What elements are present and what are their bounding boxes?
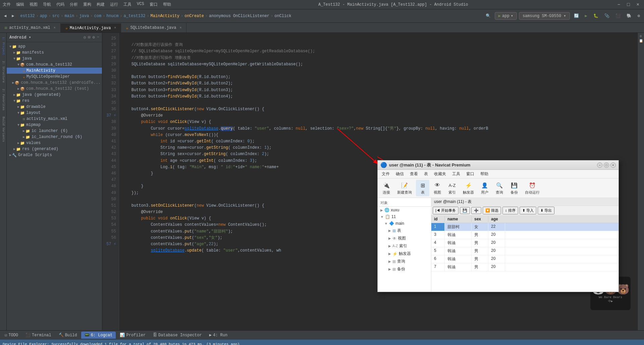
nav-add-btn[interactable]: ➕ [471,207,481,214]
tree-app[interactable]: ▼ 📁 app [7,44,102,50]
nav-menu-table[interactable]: 表 [421,170,431,178]
nav-tree-triggers[interactable]: ▶ ⚡ 触发器 [378,250,431,258]
sync-button[interactable]: 🔄 [572,12,581,19]
nav-menu-confirm[interactable]: 确信 [393,170,407,178]
tree-ic-launcher[interactable]: ▶ 📁 ic launcher (6) [7,128,102,134]
nav-export-btn[interactable]: ⬇ 导出 [538,207,554,214]
nav-btn-query[interactable]: 🔍 查询 [493,180,506,196]
nav-import-btn[interactable]: ⬆ 导入 [520,207,536,214]
forward-button[interactable]: ▶ [10,12,16,19]
device-selector[interactable]: samsung SM-G9550 ▾ [519,12,570,20]
bottom-tab-terminal[interactable]: ⬛ Terminal [22,332,55,339]
menu-analyze[interactable]: 分析 [70,2,78,7]
table-row-3[interactable]: 3 韩涵 男 20 [431,231,619,239]
attach-button[interactable]: 📎 [602,12,611,19]
nav-filter-btn[interactable]: 🔽 筛选 [483,207,501,214]
minimize-button[interactable]: − [615,1,622,8]
table-row-4[interactable]: 4 韩涵 男 20 [431,239,619,247]
nav-tree-views[interactable]: ▶ 👁 视图 [378,234,431,242]
nav-btn-trigger[interactable]: ⚡ 触发器 [460,180,477,196]
close-tab-0[interactable]: × [54,26,56,30]
tree-mainactivity[interactable]: ☕ MainActivity [7,68,102,74]
nav-btn-connect[interactable]: 🔌 连接 [380,180,393,196]
table-row-1[interactable]: 1 甜甜柯 女 22 [431,223,619,231]
panel-collapse-icon[interactable]: ⊟ [88,35,90,40]
tab-activity-main[interactable]: ⊞ activity_main.xml × [0,23,61,32]
tab-mainactivity[interactable]: ☕ MainActivity.java × [61,23,121,32]
nav-start-btn[interactable]: |◀ 开始事务 [433,207,459,214]
nav-btn-new-query[interactable]: 📝 新建查询 [394,180,415,196]
nav-tree-main[interactable]: ▼ 🔷 main [378,220,431,227]
menu-refactor[interactable]: 重构 [83,2,91,7]
tree-gradle-scripts[interactable]: ▶ 🔧 Gradle Scripts [7,152,102,158]
bottom-tab-database-inspector[interactable]: 🗄 Database Inspector [150,332,205,339]
panel-locate-icon[interactable]: ◎ [84,35,86,40]
nav-tree-indexes[interactable]: ▶ A-Z 索引 [378,242,431,250]
tree-layout[interactable]: ▼ 📁 layout [7,110,102,116]
menu-vcs[interactable]: VCS [137,2,144,7]
nav-btn-index[interactable]: A-Z 索引 [445,180,459,196]
nav-tree-backup[interactable]: ▶ ⊞ 备份 [378,265,431,273]
close-tab-2[interactable]: × [179,26,181,30]
tree-java[interactable]: ▼ 📁 java [7,56,102,62]
nav-tree-xuxu[interactable]: ▶ 🌐 xuxu [378,207,431,213]
menu-edit[interactable]: 编辑 [16,2,24,7]
nav-btn-backup[interactable]: 💾 备份 [507,180,521,196]
tree-mipmap[interactable]: ▼ 📁 mipmap [7,122,102,128]
nav-menu-help[interactable]: 帮助 [478,170,491,178]
menu-file[interactable]: 文件 [3,2,11,7]
table-row-6[interactable]: 6 韩涵 男 20 [431,255,619,263]
tree-res-generated[interactable]: ▶ 📁 res (generated) [7,146,102,152]
menu-bar[interactable]: 文件 编辑 视图 导航 代码 分析 重构 构建 运行 工具 VCS 窗口 帮助 [3,2,171,7]
right-sidebar-icon-2[interactable]: 📋 [639,39,643,43]
menu-code[interactable]: 代码 [56,2,64,7]
editor-area[interactable]: 25 26 27 28 29 30 31 32 33 34 35 36 37 ⚡… [102,33,637,330]
menu-build[interactable]: 构建 [97,2,105,7]
nav-menu-view[interactable]: 查看 [407,170,421,178]
panel-minimize-icon[interactable]: − [97,35,99,40]
tree-activity-main-xml[interactable]: ⊞ activity_main.xml [7,116,102,122]
table-row-7[interactable]: 7 韩涵 男 20 [431,263,619,271]
build-variants-sidebar-button[interactable]: Build Variants [1,114,6,145]
tab-sqlitedatabase[interactable]: ☕ SQLiteDatabase.java × [121,23,186,32]
search-button[interactable]: 🔍 [484,12,493,19]
menu-run[interactable]: 运行 [110,2,118,7]
structure-sidebar-button[interactable]: 2: Structure [1,58,6,85]
nav-menu-file[interactable]: 文件 [379,170,392,178]
nav-btn-auto[interactable]: ⏰ 自动运行 [522,180,542,196]
nav-menu-fav[interactable]: 收藏夹 [431,170,449,178]
nav-btn-table[interactable]: ⊞ 表 [416,180,429,196]
stop-button[interactable]: ⬛ [613,12,623,19]
close-tab-1[interactable]: × [114,26,116,30]
tree-com-test[interactable]: ▶ 📦 com.hnucm.a_test132 (test) [7,86,102,92]
table-row-5[interactable]: 5 韩涵 男 20 [431,247,619,255]
navicat-window-controls[interactable]: − □ × [597,162,616,168]
bottom-tab-build[interactable]: 🔨 Build [55,332,80,339]
menu-view[interactable]: 视图 [30,2,38,7]
window-controls[interactable]: − □ × [615,1,641,8]
nav-tree-11[interactable]: ▼ 📋 11 [378,213,431,220]
tree-values[interactable]: ▶ 📁 values [7,140,102,146]
settings-button[interactable]: ⚙ [636,12,642,19]
nav-menu-tools[interactable]: 工具 [449,170,463,178]
bottom-tab-run[interactable]: ▶ 4: Run [206,332,231,339]
bottom-tab-logcat[interactable]: 📟 6: Logcat [81,332,116,339]
nav-sort-btn[interactable]: ↕ 排序 [502,207,518,214]
tree-com-hnucm[interactable]: ▼ 📦 com.hnucm.a_test132 [7,62,102,68]
tree-com-androidtest[interactable]: ▶ 📦 com.hnucm.a_test132 (androidTe... [7,80,102,86]
project-sidebar-button[interactable]: 1: Project [1,34,6,58]
menu-help[interactable]: 帮助 [163,2,171,7]
close-button[interactable]: × [635,1,641,8]
run-button[interactable]: ▶ [583,12,589,19]
tree-ic-launcher-round[interactable]: ▶ 📁 ic_launcher_round (6) [7,134,102,140]
navicat-minimize[interactable]: − [597,162,602,168]
menu-window[interactable]: 窗口 [150,2,158,7]
favorites-sidebar-button[interactable]: 2: Favorites [1,86,6,113]
gradle-button[interactable]: 🐘 [625,12,634,19]
nav-tree-tables[interactable]: ▶ ⊞ 表 [378,227,431,234]
tree-java-generated[interactable]: ▶ 📁 java (generated) [7,92,102,98]
nav-tree-queries[interactable]: ▶ ⊞ 查询 [378,258,431,265]
bottom-tab-todo[interactable]: ☑ TODO [1,332,21,339]
tree-res[interactable]: ▼ 📁 res [7,98,102,104]
nav-save-btn[interactable]: 💾 [460,207,470,214]
